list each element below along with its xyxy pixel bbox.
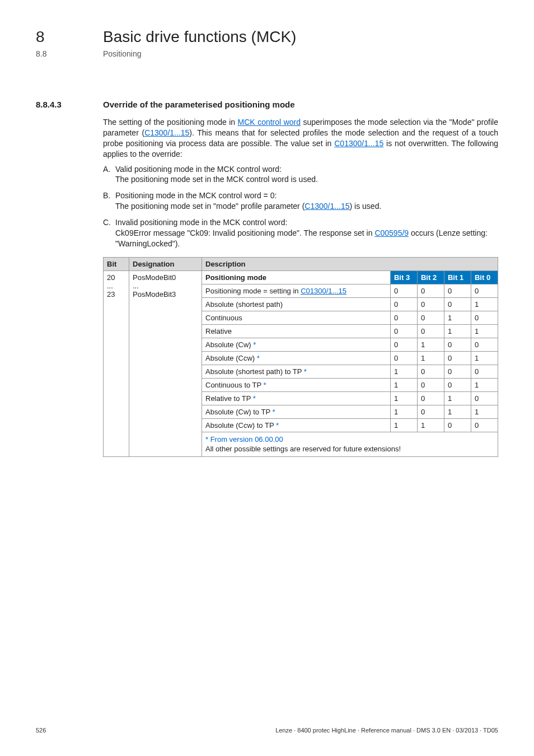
bit3-head: Bit 3 bbox=[390, 270, 417, 284]
text: * bbox=[261, 381, 266, 389]
bit-value: 0 bbox=[417, 284, 444, 297]
text: Absolute (Ccw) bbox=[205, 354, 255, 362]
text: Ck09Error message "Ck09: Invalid positio… bbox=[115, 228, 374, 237]
text: * bbox=[274, 421, 279, 430]
text: Valid positioning mode in the MCK contro… bbox=[115, 165, 282, 174]
bit-value: 0 bbox=[471, 284, 498, 297]
text: Absolute (shortest path) bbox=[205, 300, 283, 309]
mode-description: Positioning mode = setting in C01300/1..… bbox=[202, 284, 391, 297]
param-link[interactable]: C01300/1...15 bbox=[301, 287, 346, 295]
bit2-head: Bit 2 bbox=[417, 270, 444, 284]
bit-value: 0 bbox=[471, 311, 498, 324]
version-note: * From version 06.00.00 bbox=[205, 435, 283, 444]
bit-value: 1 bbox=[471, 324, 498, 338]
text: Invalid positioning mode in the MCK cont… bbox=[115, 218, 287, 227]
chapter-title: Basic drive functions (MCK) bbox=[103, 28, 296, 46]
col-description: Description bbox=[202, 257, 498, 270]
bit-value: 0 bbox=[390, 297, 417, 311]
col-designation: Designation bbox=[129, 257, 202, 270]
desig0: PosModeBit0 bbox=[133, 273, 176, 282]
intro-paragraph: The setting of the positioning mode in M… bbox=[103, 117, 498, 160]
marker: B. bbox=[103, 190, 110, 201]
table-header-row: Bit Designation Description bbox=[104, 257, 498, 270]
mode-header-row: 20 ... 23 PosModeBit0 ... PosModeBit3 Po… bbox=[104, 270, 498, 284]
text: Absolute (Ccw) to TP bbox=[205, 421, 274, 430]
designation-cell: PosModeBit0 ... PosModeBit3 bbox=[129, 270, 202, 456]
text: Continuous to TP bbox=[205, 381, 261, 389]
text: Positioning mode in the MCK control word… bbox=[115, 191, 277, 200]
c00595-link[interactable]: C00595/9 bbox=[374, 228, 409, 237]
bit-value: 1 bbox=[444, 311, 471, 324]
bit-value: 0 bbox=[471, 391, 498, 405]
text: * bbox=[302, 367, 307, 376]
positioning-mode-label: Positioning mode bbox=[202, 270, 391, 284]
list-item-c: C. Invalid positioning mode in the MCK c… bbox=[103, 217, 498, 249]
bit-value: 1 bbox=[417, 338, 444, 351]
marker: C. bbox=[103, 217, 111, 228]
bit-value: 1 bbox=[444, 405, 471, 418]
doc-info: Lenze · 8400 protec HighLine · Reference… bbox=[275, 727, 498, 734]
mode-description: Absolute (Cw) to TP * bbox=[202, 405, 391, 418]
bit-value: 0 bbox=[390, 338, 417, 351]
mode-description: Absolute (shortest path) bbox=[202, 297, 391, 311]
bit0-head: Bit 0 bbox=[471, 270, 498, 284]
desig3: PosModeBit3 bbox=[133, 290, 176, 298]
bit-start: 20 bbox=[107, 273, 115, 282]
bit-end: 23 bbox=[107, 290, 115, 298]
table-footer-cell: * From version 06.00.00All other possibl… bbox=[202, 432, 498, 456]
chapter-number: 8 bbox=[36, 28, 81, 46]
bit-value: 1 bbox=[390, 378, 417, 391]
bit-value: 1 bbox=[471, 405, 498, 418]
bit-value: 0 bbox=[390, 311, 417, 324]
text: Absolute (Cw) to TP bbox=[205, 408, 270, 416]
bit-value: 0 bbox=[471, 418, 498, 432]
bit-value: 1 bbox=[390, 365, 417, 378]
bit-value: 1 bbox=[471, 351, 498, 365]
col-bit: Bit bbox=[104, 257, 129, 270]
section-heading: 8.8.4.3 Override of the parameterised po… bbox=[36, 100, 498, 109]
mode-description: Relative bbox=[202, 324, 391, 338]
mck-control-word-link[interactable]: MCK control word bbox=[238, 118, 301, 127]
text: The positioning mode set in the MCK cont… bbox=[115, 175, 318, 184]
bit-value: 0 bbox=[417, 324, 444, 338]
mode-description: Absolute (Ccw) * bbox=[202, 351, 391, 365]
c01300-link[interactable]: C01300/1...15 bbox=[334, 139, 383, 148]
bit-value: 0 bbox=[444, 351, 471, 365]
c1300-link-b[interactable]: C1300/1...15 bbox=[305, 202, 349, 211]
bit-value: 1 bbox=[444, 391, 471, 405]
bit-value: 0 bbox=[390, 324, 417, 338]
bit-value: 0 bbox=[444, 418, 471, 432]
bit-value: 1 bbox=[471, 297, 498, 311]
mode-description: Continuous bbox=[202, 311, 391, 324]
bit-value: 0 bbox=[444, 284, 471, 297]
bit-value: 0 bbox=[417, 297, 444, 311]
bit-value: 0 bbox=[390, 284, 417, 297]
reserved-note: All other possible settings are reserved… bbox=[205, 445, 401, 453]
bit-value: 0 bbox=[417, 405, 444, 418]
text: The setting of the positioning mode in bbox=[103, 118, 238, 127]
bit-value: 0 bbox=[417, 311, 444, 324]
bit-value: 1 bbox=[390, 391, 417, 405]
text: * bbox=[270, 408, 275, 416]
c1300-link[interactable]: C1300/1...15 bbox=[144, 128, 189, 137]
text: * bbox=[251, 340, 256, 349]
page-footer: 526 Lenze · 8400 protec HighLine · Refer… bbox=[36, 727, 498, 734]
page-header: 8 Basic drive functions (MCK) bbox=[36, 28, 498, 46]
mode-description: Absolute (shortest path) to TP * bbox=[202, 365, 391, 378]
bit1-head: Bit 1 bbox=[444, 270, 471, 284]
bit-value: 0 bbox=[471, 338, 498, 351]
text: Relative to TP bbox=[205, 394, 251, 403]
section-number: 8.8.4.3 bbox=[36, 100, 86, 109]
section-title: Override of the parameterised positionin… bbox=[103, 100, 295, 109]
mode-description: Relative to TP * bbox=[202, 391, 391, 405]
bit-value: 0 bbox=[444, 297, 471, 311]
bit-value: 1 bbox=[471, 378, 498, 391]
text: Relative bbox=[205, 327, 232, 335]
positioning-mode-table: Bit Designation Description 20 ... 23 Po… bbox=[103, 257, 498, 457]
subsection-title: Positioning bbox=[103, 49, 142, 58]
bit-value: 0 bbox=[471, 365, 498, 378]
text: Absolute (Cw) bbox=[205, 340, 251, 349]
bit-value: 0 bbox=[390, 351, 417, 365]
text: * bbox=[255, 354, 260, 362]
text: ) is used. bbox=[350, 202, 382, 211]
